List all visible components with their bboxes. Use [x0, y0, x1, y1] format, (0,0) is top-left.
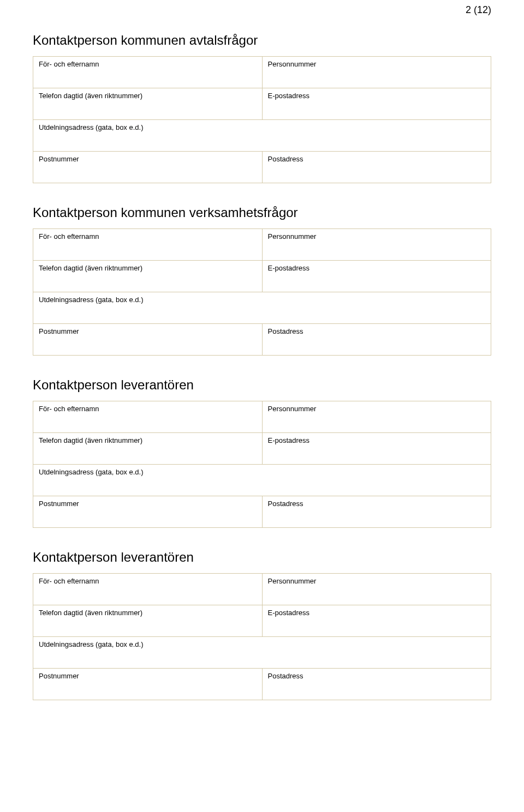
field-postadress: Postadress	[262, 324, 491, 356]
field-epost: E-postadress	[262, 88, 491, 120]
form-table: För- och efternamn Personnummer Telefon …	[33, 573, 491, 700]
field-epost: E-postadress	[262, 605, 491, 637]
field-epost: E-postadress	[262, 433, 491, 465]
page-number: 2 (12)	[466, 4, 491, 16]
section-title: Kontaktperson kommunen avtalsfrågor	[33, 33, 491, 48]
table-row: Postnummer Postadress	[33, 152, 491, 183]
field-personnummer: Personnummer	[262, 574, 491, 605]
table-row: Utdelningsadress (gata, box e.d.)	[33, 292, 491, 324]
field-postadress: Postadress	[262, 669, 491, 700]
table-row: Utdelningsadress (gata, box e.d.)	[33, 465, 491, 496]
field-personnummer: Personnummer	[262, 229, 491, 261]
table-row: Postnummer Postadress	[33, 496, 491, 528]
form-table: För- och efternamn Personnummer Telefon …	[33, 401, 491, 528]
field-postnummer: Postnummer	[33, 669, 263, 700]
table-row: Utdelningsadress (gata, box e.d.)	[33, 637, 491, 669]
field-epost: E-postadress	[262, 261, 491, 292]
field-utdelningsadress: Utdelningsadress (gata, box e.d.)	[33, 120, 491, 152]
section-kontaktperson-leverantoren-2: Kontaktperson leverantören För- och efte…	[33, 550, 491, 700]
table-row: Postnummer Postadress	[33, 324, 491, 356]
field-postnummer: Postnummer	[33, 152, 263, 183]
field-telefon: Telefon dagtid (även riktnummer)	[33, 433, 263, 465]
table-row: Telefon dagtid (även riktnummer) E-posta…	[33, 261, 491, 292]
field-postnummer: Postnummer	[33, 496, 263, 528]
field-telefon: Telefon dagtid (även riktnummer)	[33, 261, 263, 292]
section-kontaktperson-kommunen-verksamhetsfragor: Kontaktperson kommunen verksamhetsfrågor…	[33, 205, 491, 356]
table-row: Telefon dagtid (även riktnummer) E-posta…	[33, 605, 491, 637]
form-table: För- och efternamn Personnummer Telefon …	[33, 228, 491, 356]
section-title: Kontaktperson leverantören	[33, 377, 491, 393]
field-utdelningsadress: Utdelningsadress (gata, box e.d.)	[33, 465, 491, 496]
form-table: För- och efternamn Personnummer Telefon …	[33, 56, 491, 183]
table-row: För- och efternamn Personnummer	[33, 401, 491, 433]
section-kontaktperson-leverantoren-1: Kontaktperson leverantören För- och efte…	[33, 377, 491, 528]
field-personnummer: Personnummer	[262, 401, 491, 433]
table-row: För- och efternamn Personnummer	[33, 229, 491, 261]
section-kontaktperson-kommunen-avtalsfragor: Kontaktperson kommunen avtalsfrågor För-…	[33, 33, 491, 183]
field-utdelningsadress: Utdelningsadress (gata, box e.d.)	[33, 292, 491, 324]
table-row: Telefon dagtid (även riktnummer) E-posta…	[33, 88, 491, 120]
field-postadress: Postadress	[262, 496, 491, 528]
field-name: För- och efternamn	[33, 57, 263, 88]
field-name: För- och efternamn	[33, 574, 263, 605]
section-title: Kontaktperson leverantören	[33, 550, 491, 565]
table-row: Postnummer Postadress	[33, 669, 491, 700]
table-row: För- och efternamn Personnummer	[33, 57, 491, 88]
field-name: För- och efternamn	[33, 229, 263, 261]
field-telefon: Telefon dagtid (även riktnummer)	[33, 605, 263, 637]
field-name: För- och efternamn	[33, 401, 263, 433]
page: 2 (12) Kontaktperson kommunen avtalsfråg…	[0, 0, 524, 722]
table-row: Utdelningsadress (gata, box e.d.)	[33, 120, 491, 152]
field-telefon: Telefon dagtid (även riktnummer)	[33, 88, 263, 120]
table-row: För- och efternamn Personnummer	[33, 574, 491, 605]
field-postnummer: Postnummer	[33, 324, 263, 356]
section-title: Kontaktperson kommunen verksamhetsfrågor	[33, 205, 491, 220]
field-personnummer: Personnummer	[262, 57, 491, 88]
field-utdelningsadress: Utdelningsadress (gata, box e.d.)	[33, 637, 491, 669]
field-postadress: Postadress	[262, 152, 491, 183]
table-row: Telefon dagtid (även riktnummer) E-posta…	[33, 433, 491, 465]
